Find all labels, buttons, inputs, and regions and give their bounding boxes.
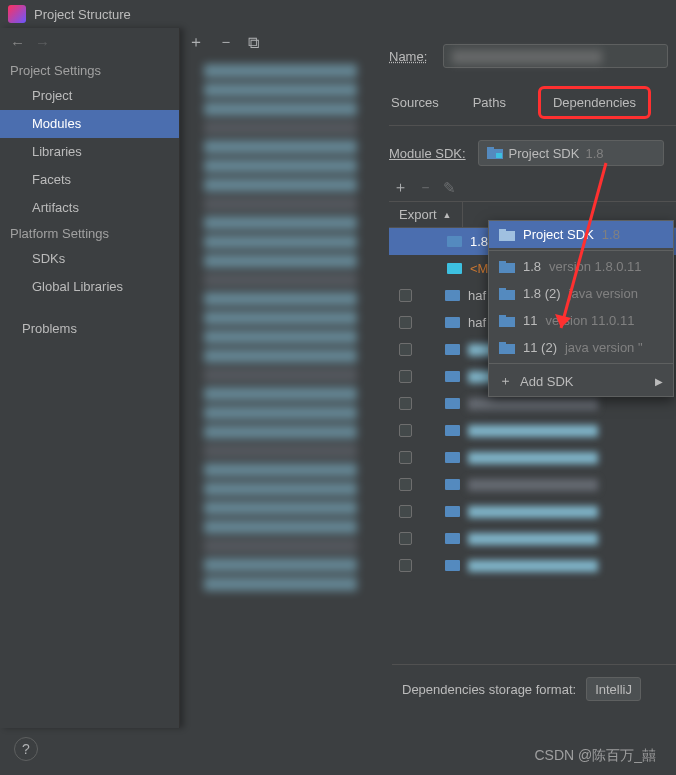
dependency-label: haf bbox=[468, 315, 486, 330]
sdk-option-18[interactable]: 1.8 version 1.8.0.11 bbox=[489, 253, 673, 280]
dependency-row-blurred[interactable] bbox=[389, 417, 676, 444]
dependency-label: <M bbox=[470, 261, 488, 276]
sdk-option-18-2[interactable]: 1.8 (2) java version bbox=[489, 280, 673, 307]
svg-rect-1 bbox=[487, 147, 494, 150]
svg-rect-5 bbox=[499, 263, 515, 273]
tab-dependencies[interactable]: Dependencies bbox=[538, 86, 651, 119]
export-checkbox[interactable] bbox=[399, 316, 412, 329]
dependency-label: haf bbox=[468, 288, 486, 303]
window-title: Project Structure bbox=[34, 7, 131, 22]
titlebar: Project Structure bbox=[0, 0, 676, 28]
folder-icon bbox=[499, 315, 515, 327]
right-pane: Name: Sources Paths Dependencies Module … bbox=[375, 28, 676, 728]
folder-icon bbox=[499, 229, 515, 241]
svg-rect-8 bbox=[499, 288, 506, 291]
back-icon[interactable]: ← bbox=[10, 34, 25, 51]
module-list-column: ＋ － ⧉ bbox=[180, 28, 375, 728]
name-input[interactable] bbox=[443, 44, 668, 68]
dependency-row-blurred[interactable] bbox=[389, 444, 676, 471]
storage-label: Dependencies storage format: bbox=[402, 682, 576, 697]
watermark: CSDN @陈百万_囍 bbox=[534, 747, 656, 765]
main-area: ← → Project Settings Project Modules Lib… bbox=[0, 28, 676, 728]
name-row: Name: bbox=[389, 36, 676, 86]
remove-module-icon[interactable]: － bbox=[218, 32, 234, 53]
nav-arrows: ← → bbox=[0, 28, 179, 59]
sidebar-item-libraries[interactable]: Libraries bbox=[0, 138, 179, 166]
module-list-blurred bbox=[180, 64, 375, 591]
dropdown-separator bbox=[489, 250, 673, 251]
forward-icon[interactable]: → bbox=[35, 34, 50, 51]
tab-paths[interactable]: Paths bbox=[471, 91, 508, 114]
intellij-logo-icon bbox=[8, 5, 26, 23]
svg-rect-2 bbox=[496, 153, 502, 158]
module-sdk-value: Project SDK bbox=[509, 146, 580, 161]
folder-icon bbox=[487, 147, 503, 159]
module-sdk-label: Module SDK: bbox=[389, 146, 466, 161]
sidebar-item-facets[interactable]: Facets bbox=[0, 166, 179, 194]
sdk-option-add[interactable]: ＋ Add SDK ▶ bbox=[489, 366, 673, 396]
folder-icon bbox=[445, 290, 460, 301]
svg-rect-9 bbox=[499, 317, 515, 327]
svg-rect-12 bbox=[499, 342, 506, 345]
left-sidebar: ← → Project Settings Project Modules Lib… bbox=[0, 28, 180, 728]
add-dependency-icon[interactable]: ＋ bbox=[393, 178, 408, 197]
folder-icon bbox=[499, 288, 515, 300]
module-source-icon bbox=[447, 263, 462, 274]
sdk-dropdown: Project SDK 1.8 1.8 version 1.8.0.11 1.8… bbox=[488, 220, 674, 397]
folder-icon bbox=[499, 261, 515, 273]
sdk-option-11[interactable]: 11 version 11.0.11 bbox=[489, 307, 673, 334]
remove-dependency-icon[interactable]: － bbox=[418, 178, 433, 197]
tab-sources[interactable]: Sources bbox=[389, 91, 441, 114]
module-sdk-row: Module SDK: Project SDK 1.8 bbox=[389, 126, 676, 174]
dependency-row-blurred[interactable] bbox=[389, 471, 676, 498]
sidebar-item-sdks[interactable]: SDKs bbox=[0, 245, 179, 273]
sidebar-item-project[interactable]: Project bbox=[0, 82, 179, 110]
tabs-row: Sources Paths Dependencies bbox=[389, 86, 676, 126]
sidebar-item-artifacts[interactable]: Artifacts bbox=[0, 194, 179, 222]
add-module-icon[interactable]: ＋ bbox=[188, 32, 204, 53]
plus-icon: ＋ bbox=[499, 372, 512, 390]
dropdown-separator bbox=[489, 363, 673, 364]
dependency-row-blurred[interactable] bbox=[389, 552, 676, 579]
sidebar-item-problems[interactable]: Problems bbox=[0, 315, 179, 343]
sort-asc-icon: ▲ bbox=[443, 210, 452, 220]
help-button[interactable]: ? bbox=[14, 737, 38, 761]
section-platform-settings: Platform Settings bbox=[0, 222, 179, 245]
sidebar-item-modules[interactable]: Modules bbox=[0, 110, 179, 138]
dependency-label: 1.8 bbox=[470, 234, 488, 249]
module-sdk-version: 1.8 bbox=[585, 146, 603, 161]
sdk-option-project[interactable]: Project SDK 1.8 bbox=[489, 221, 673, 248]
sidebar-item-global-libraries[interactable]: Global Libraries bbox=[0, 273, 179, 301]
folder-icon bbox=[445, 317, 460, 328]
svg-rect-7 bbox=[499, 290, 515, 300]
edit-dependency-icon[interactable]: ✎ bbox=[443, 179, 456, 197]
sdk-folder-icon bbox=[447, 236, 462, 247]
chevron-right-icon: ▶ bbox=[655, 376, 663, 387]
export-checkbox[interactable] bbox=[399, 289, 412, 302]
dependencies-storage-bar: Dependencies storage format: IntelliJ bbox=[392, 664, 676, 713]
svg-rect-10 bbox=[499, 315, 506, 318]
dependency-row-blurred[interactable] bbox=[389, 498, 676, 525]
module-sdk-select[interactable]: Project SDK 1.8 bbox=[478, 140, 664, 166]
section-project-settings: Project Settings bbox=[0, 59, 179, 82]
name-label: Name: bbox=[389, 49, 427, 64]
svg-rect-3 bbox=[499, 231, 515, 241]
dependency-row-blurred[interactable] bbox=[389, 525, 676, 552]
export-column-header[interactable]: Export ▲ bbox=[389, 202, 463, 227]
storage-format-select[interactable]: IntelliJ bbox=[586, 677, 641, 701]
dependencies-toolbar: ＋ － ✎ bbox=[389, 174, 676, 201]
copy-module-icon[interactable]: ⧉ bbox=[248, 34, 259, 52]
svg-rect-6 bbox=[499, 261, 506, 264]
module-toolbar: ＋ － ⧉ bbox=[180, 28, 375, 59]
svg-rect-4 bbox=[499, 229, 506, 232]
svg-rect-11 bbox=[499, 344, 515, 354]
folder-icon bbox=[499, 342, 515, 354]
sdk-option-11-2[interactable]: 11 (2) java version " bbox=[489, 334, 673, 361]
